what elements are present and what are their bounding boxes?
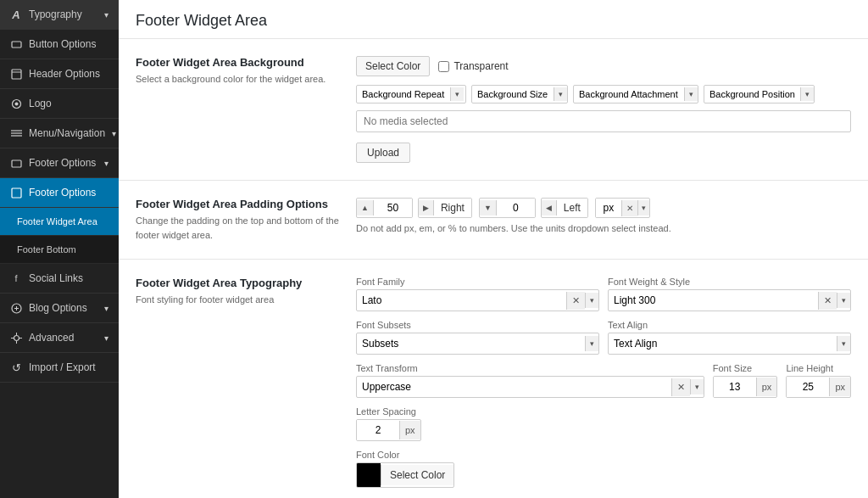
bottom-padding-input[interactable] [497, 199, 535, 217]
font-color-button[interactable]: Select Color [381, 465, 453, 485]
bg-position-select[interactable]: Background Position [704, 86, 800, 103]
sidebar-item-typography[interactable]: A Typography ▾ [0, 0, 119, 30]
svg-point-13 [14, 335, 19, 340]
svg-rect-1 [12, 70, 21, 79]
font-weight-field: Font Weight & Style Light 300 ✕ ▾ [608, 277, 851, 311]
font-size-field: Font Size px [713, 363, 778, 398]
hero-icon [10, 157, 22, 169]
letter-unit: px [399, 421, 420, 439]
font-subsets-select[interactable]: Subsets [357, 333, 585, 354]
sidebar-item-label: Footer Options [29, 157, 96, 169]
sidebar-item-footer-widget-area[interactable]: Footer Widget Area [0, 208, 119, 236]
sidebar-item-hero[interactable]: Footer Options ▾ [0, 148, 119, 178]
background-label: Footer Widget Area Background Select a b… [136, 56, 339, 163]
button-icon [10, 38, 22, 50]
line-height-field: Line Height px [786, 363, 851, 398]
bg-position-dropdown[interactable]: Background Position ▾ [704, 85, 815, 104]
unit-input[interactable] [596, 199, 621, 217]
font-family-select[interactable]: Lato [357, 290, 566, 311]
unit-dropdown-arrow[interactable]: ▾ [637, 200, 649, 215]
font-weight-select-wrap: Light 300 ✕ ▾ [608, 289, 851, 311]
sidebar-item-import-export[interactable]: ↺ Import / Export [0, 353, 119, 383]
bg-repeat-dropdown[interactable]: Background Repeat ▾ [356, 85, 466, 104]
padding-description: Change the padding on the top and bottom… [136, 214, 339, 242]
transparent-label[interactable]: Transparent [438, 60, 508, 72]
bg-attachment-select[interactable]: Background Attachment [574, 86, 684, 103]
sidebar-sub-footer: Footer Widget Area Footer Bottom [0, 208, 119, 264]
text-align-select[interactable]: Text Align [609, 333, 837, 354]
sidebar-item-advanced[interactable]: Advanced ▾ [0, 323, 119, 353]
text-transform-select[interactable]: Uppercase [357, 377, 671, 397]
background-section: Footer Widget Area Background Select a b… [119, 39, 868, 181]
sidebar-item-social-links[interactable]: f Social Links [0, 264, 119, 294]
font-subsets-select-wrap: Subsets ▾ [356, 333, 599, 355]
right-arrow-icon: ▶ [419, 200, 434, 215]
padding-note: Do not add px, em, or % to numbers. Use … [356, 223, 851, 233]
chevron-down-icon: ▾ [585, 293, 598, 308]
font-weight-select[interactable]: Light 300 [609, 290, 818, 311]
font-family-field: Font Family Lato ✕ ▾ [356, 277, 599, 311]
chevron-down-icon: ▾ [837, 336, 850, 351]
bg-select-color-button[interactable]: Select Color [356, 56, 430, 76]
sidebar-item-footer-bottom[interactable]: Footer Bottom [0, 236, 119, 264]
typography-label: Footer Widget Area Typography Font styli… [136, 277, 339, 488]
text-transform-select-wrap: Uppercase ✕ ▾ [356, 376, 704, 398]
clear-weight-icon[interactable]: ✕ [818, 292, 837, 310]
logo-icon [10, 98, 22, 109]
right-direction-group: ▶ Right [418, 198, 472, 218]
sidebar-item-blog-options[interactable]: Blog Options ▾ [0, 294, 119, 323]
font-family-label: Font Family [356, 277, 599, 287]
chevron-down-icon: ▾ [104, 159, 108, 168]
clear-unit-icon[interactable]: ✕ [621, 200, 637, 216]
padding-section: Footer Widget Area Padding Options Chang… [119, 181, 868, 260]
no-media-input[interactable] [356, 110, 851, 132]
sidebar-item-button-options[interactable]: Button Options [0, 30, 119, 59]
background-heading: Footer Widget Area Background [136, 56, 339, 69]
text-transform-field: Text Transform Uppercase ✕ ▾ [356, 363, 704, 398]
font-size-input[interactable] [714, 377, 756, 397]
footer-icon [10, 187, 22, 199]
header-icon [10, 68, 22, 80]
chevron-down-icon: ▾ [554, 87, 567, 101]
chevron-down-icon: ▾ [450, 87, 464, 101]
advanced-icon [10, 332, 22, 344]
bg-repeat-select[interactable]: Background Repeat [357, 86, 450, 103]
text-align-select-wrap: Text Align ▾ [608, 333, 851, 355]
font-color-label: Font Color [356, 450, 851, 460]
sidebar-item-header-options[interactable]: Header Options [0, 59, 119, 89]
svg-rect-0 [12, 42, 21, 48]
sidebar-item-logo[interactable]: Logo [0, 89, 119, 119]
padding-controls: ▲ ▶ Right ▼ ◀ Left [356, 198, 851, 242]
sidebar-item-label: Menu/Navigation [29, 127, 105, 139]
letter-spacing-input[interactable] [357, 420, 399, 440]
text-align-field: Text Align Text Align ▾ [608, 320, 851, 355]
bg-size-select[interactable]: Background Size [472, 86, 554, 103]
font-weight-label: Font Weight & Style [608, 277, 851, 287]
transparent-checkbox[interactable] [438, 61, 449, 72]
left-direction-group: ◀ Left [541, 198, 588, 218]
clear-font-icon[interactable]: ✕ [566, 292, 585, 310]
line-height-input[interactable] [787, 377, 829, 397]
chevron-down-icon: ▾ [837, 293, 850, 308]
clear-transform-icon[interactable]: ✕ [671, 378, 690, 396]
sidebar-item-label: Footer Options [29, 187, 96, 199]
typography-icon: A [10, 8, 22, 20]
bg-attachment-dropdown[interactable]: Background Attachment ▾ [573, 85, 698, 104]
upload-button[interactable]: Upload [356, 143, 410, 163]
chevron-down-icon: ▾ [112, 129, 116, 138]
unit-wrap: ✕ ▾ [595, 198, 650, 218]
menu-icon [10, 127, 22, 139]
page-header: Footer Widget Area [119, 0, 868, 39]
bg-size-dropdown[interactable]: Background Size ▾ [471, 85, 568, 104]
bottom-padding-group: ▼ [479, 198, 536, 218]
top-padding-group: ▲ [356, 198, 413, 218]
blog-icon [10, 302, 22, 314]
font-subsets-field: Font Subsets Subsets ▾ [356, 320, 599, 355]
sidebar-item-footer-options[interactable]: Footer Options [0, 178, 119, 208]
typography-heading: Footer Widget Area Typography [136, 277, 339, 289]
sidebar-item-label: Header Options [29, 68, 100, 80]
top-padding-input[interactable] [374, 199, 412, 217]
sidebar-item-label: Advanced [29, 332, 74, 344]
sidebar-item-menu-navigation[interactable]: Menu/Navigation ▾ [0, 119, 119, 148]
font-color-wrap: Select Color [356, 462, 454, 488]
